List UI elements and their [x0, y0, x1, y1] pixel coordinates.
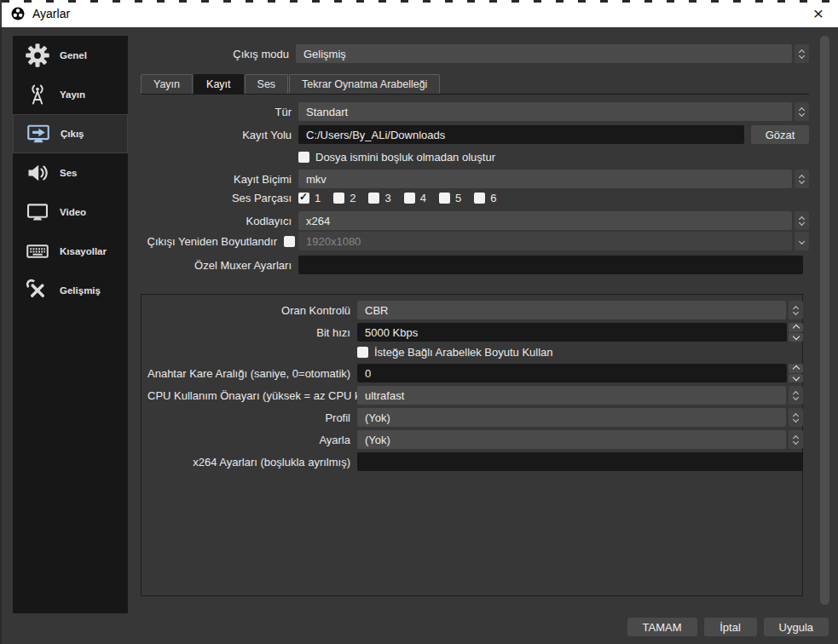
audio-track-row: Ses Parçası 1 2 3 4 5 6: [141, 191, 809, 204]
sidebar-item-kisayollar[interactable]: Kısayollar: [13, 232, 128, 271]
keyframe-input[interactable]: 0: [357, 364, 787, 382]
audio-track-label: 4: [420, 192, 426, 204]
rate-control-row: Oran Kontrolü CBR: [147, 301, 803, 319]
sidebar-item-label: Ses: [60, 168, 77, 178]
settings-dialog: Genel Yayın Çı: [0, 27, 838, 644]
combo-spinner-icon[interactable]: [789, 408, 803, 427]
no-space-checkbox[interactable]: [298, 152, 309, 163]
encoder-label: Kodlayıcı: [141, 215, 298, 227]
rate-control-select[interactable]: CBR: [357, 301, 786, 319]
combo-spinner-icon[interactable]: [795, 102, 809, 121]
output-mode-value: Gelişmiş: [303, 48, 346, 60]
sidebar-item-video[interactable]: Video: [13, 193, 128, 232]
sidebar-item-label: Genel: [60, 50, 87, 60]
no-space-label: Dosya ismini boşluk olmadan oluştur: [315, 151, 495, 164]
x264-options-label: x264 Ayarları (boşlukla ayrılmış): [147, 456, 357, 469]
audio-track-5-checkbox[interactable]: [439, 193, 450, 204]
muxer-label: Özel Muxer Ayarları: [141, 259, 298, 272]
combo-dropdown-icon: [795, 232, 809, 250]
rate-control-value: CBR: [365, 304, 388, 317]
sidebar-item-ses[interactable]: Ses: [13, 153, 128, 193]
gear-icon: [24, 43, 51, 68]
cpu-preset-row: CPU Kullanım Önayarı (yüksek = az CPU ku…: [147, 386, 803, 405]
profile-select[interactable]: (Yok): [357, 408, 786, 427]
spinbox-arrows-icon[interactable]: [789, 323, 803, 342]
combo-spinner-icon[interactable]: [795, 44, 809, 63]
bitrate-value: 5000 Kbps: [365, 326, 418, 339]
monitor-icon: [24, 200, 51, 224]
audio-track-label: Ses Parçası: [141, 192, 298, 204]
keyframe-value: 0: [365, 367, 371, 380]
type-label: Tür: [141, 106, 298, 118]
custom-buffer-row: İsteğe Bağlı Arabellek Boyutu Kullan: [147, 346, 803, 359]
output-mode-row: Çıkış modu Gelişmiş: [141, 44, 809, 63]
audio-track-6-checkbox[interactable]: [474, 193, 485, 204]
combo-spinner-icon[interactable]: [789, 386, 803, 405]
apply-button[interactable]: Uygula: [764, 618, 829, 636]
sidebar-item-gelismis[interactable]: Gelişmiş: [13, 271, 128, 310]
rescale-label: Çıkışı Yeniden Boyutlandır: [141, 235, 284, 248]
sidebar-item-yayin[interactable]: Yayın: [13, 75, 128, 114]
encoder-value: x264: [306, 215, 330, 227]
rate-control-label: Oran Kontrolü: [147, 304, 357, 317]
vertical-scrollbar[interactable]: [819, 36, 830, 607]
rescale-select: 1920x1080: [298, 232, 792, 250]
combo-spinner-icon[interactable]: [789, 301, 803, 319]
format-select[interactable]: mkv: [298, 170, 792, 188]
keyboard-icon: [24, 239, 51, 264]
tab-yayin[interactable]: Yayın: [141, 74, 193, 94]
cpu-preset-select[interactable]: ultrafast: [357, 386, 786, 405]
type-select[interactable]: Standart: [298, 102, 792, 121]
cpu-preset-value: ultrafast: [365, 389, 404, 402]
audio-track-group: 1 2 3 4 5 6: [298, 192, 509, 204]
audio-track-3-checkbox[interactable]: [368, 193, 379, 204]
combo-spinner-icon[interactable]: [789, 430, 803, 449]
tab-label: Ses: [257, 78, 276, 90]
rescale-checkbox[interactable]: [284, 236, 295, 247]
titlebar: Ayarlar ×: [0, 0, 838, 27]
keyframe-label: Anahtar Kare Aralığı (saniye, 0=otomatik…: [147, 367, 357, 380]
type-value: Standart: [306, 106, 348, 118]
audio-track-1-checkbox[interactable]: [298, 193, 309, 204]
muxer-input[interactable]: [298, 256, 803, 274]
sidebar-item-label: Gelişmiş: [60, 285, 101, 296]
browse-button[interactable]: Gözat: [751, 125, 809, 144]
speaker-icon: [24, 161, 51, 185]
sidebar-item-label: Video: [60, 207, 86, 217]
tab-tekrar-oynatma[interactable]: Tekrar Oynatma Arabelleği: [289, 74, 440, 94]
output-mode-select[interactable]: Gelişmiş: [296, 44, 792, 63]
custom-buffer-checkbox[interactable]: [357, 347, 368, 358]
bitrate-input[interactable]: 5000 Kbps: [357, 323, 787, 342]
tune-select[interactable]: (Yok): [357, 430, 786, 449]
cpu-preset-label: CPU Kullanım Önayarı (yüksek = az CPU ku…: [147, 389, 357, 402]
dialog-footer: TAMAM İptal Uygula: [627, 618, 829, 636]
sidebar-item-cikis[interactable]: Çıkış: [13, 114, 128, 153]
sidebar-item-genel[interactable]: Genel: [13, 36, 128, 75]
recording-path-input[interactable]: C:/Users/By_ALi/Downloads: [298, 125, 744, 144]
keyframe-row: Anahtar Kare Aralığı (saniye, 0=otomatik…: [147, 364, 803, 382]
broadcast-icon: [24, 83, 51, 106]
scrollbar-handle[interactable]: [820, 36, 829, 605]
spinbox-arrows-icon[interactable]: [789, 364, 803, 382]
combo-spinner-icon[interactable]: [795, 170, 809, 188]
encoder-select[interactable]: x264: [298, 211, 792, 230]
close-icon[interactable]: ×: [804, 0, 833, 26]
cancel-button[interactable]: İptal: [704, 618, 757, 636]
muxer-row: Özel Muxer Ayarları: [141, 256, 803, 274]
audio-track-label: 1: [315, 192, 321, 204]
recording-path-label: Kayıt Yolu: [141, 129, 298, 141]
tab-kayit[interactable]: Kayıt: [194, 74, 244, 94]
audio-track-4-checkbox[interactable]: [404, 193, 415, 204]
format-value: mkv: [306, 173, 327, 186]
sidebar-item-label: Kısayollar: [60, 246, 107, 256]
profile-label: Profil: [147, 411, 357, 424]
format-row: Kayıt Biçimi mkv: [141, 170, 809, 188]
x264-options-input[interactable]: [357, 452, 803, 471]
audio-track-2-checkbox[interactable]: [333, 193, 344, 204]
ok-button[interactable]: TAMAM: [627, 618, 697, 636]
combo-spinner-icon[interactable]: [795, 211, 809, 230]
encoder-row: Kodlayıcı x264: [141, 211, 809, 230]
audio-track-label: 2: [350, 192, 355, 204]
tab-ses[interactable]: Ses: [245, 74, 289, 94]
obs-logo-icon: [10, 6, 26, 21]
